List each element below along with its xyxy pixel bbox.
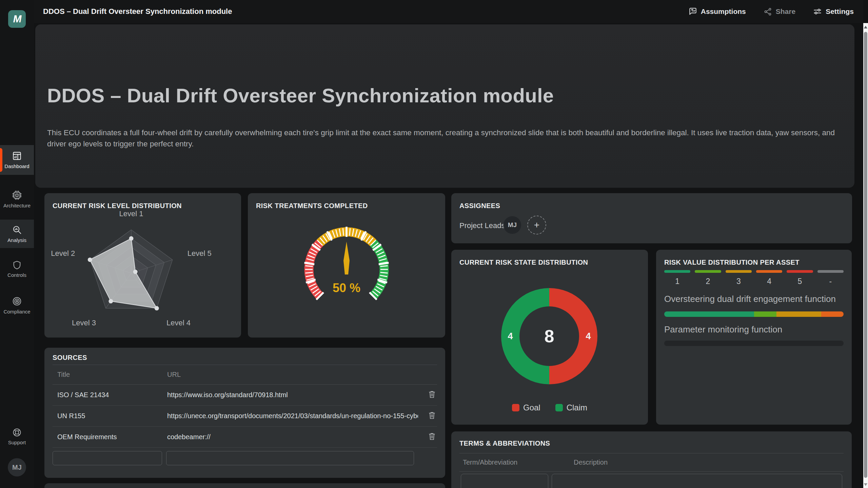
legend-item-claim: Claim [555,403,587,412]
source-url: codebeamer:// [167,433,418,441]
claim-label: Claim [567,403,587,412]
sidebar: M Dashboard Architecture Analysis Contro… [0,0,34,488]
asset-risk-bar [664,311,844,317]
donut-legend: Goal Claim [451,403,648,412]
logo-glyph: M [12,13,22,25]
scale-swatch [695,270,721,273]
source-title: OEM Requirements [57,433,167,441]
active-accent-bar [0,148,2,172]
assumptions-icon [688,7,697,16]
sidebar-item-label: Architecture [3,203,31,208]
sidebar-item-architecture[interactable]: Architecture [0,185,34,214]
svg-text:8: 8 [545,326,554,346]
risk-treatments-card: RISK TREATMENTS COMPLETED 50 % [248,193,445,338]
risk-level-distribution-card: CURRENT RISK LEVEL DISTRIBUTION Level 1L… [44,193,241,338]
scroll-down-arrow[interactable] [864,483,867,486]
controls-shield-icon [12,260,22,270]
settings-label: Settings [826,7,854,16]
scale-label: - [817,277,844,286]
delete-source-button[interactable] [427,389,437,401]
column-url: URL [167,371,418,379]
scale-label: 4 [756,277,782,286]
scale-cell: 3 [726,270,752,286]
sidebar-item-controls[interactable]: Controls [0,255,34,283]
column-term: Term/Abbreviation [463,459,574,466]
scale-label: 2 [695,277,721,286]
scroll-up-arrow[interactable] [864,26,867,28]
sources-card: SOURCES Title URL ISO / SAE 21434 https:… [44,348,445,478]
sidebar-item-support[interactable]: Support [0,423,34,450]
terms-abbreviations-card: TERMS & ABBREVIATIONS Term/Abbreviation … [451,431,852,488]
vertical-scrollbar[interactable] [863,23,868,488]
assignees-card: ASSIGNEES Project Leads MJ + [451,193,852,243]
dashboard-icon [12,151,22,161]
settings-icon [813,7,822,16]
source-title: ISO / SAE 21434 [57,391,167,399]
scale-swatch [787,270,813,273]
assignee-avatar[interactable]: MJ [504,216,521,234]
new-source-url-input[interactable] [166,451,414,465]
new-description-input[interactable] [552,474,842,488]
column-title: Title [57,371,167,379]
support-lifebuoy-icon [12,428,22,437]
new-term-input[interactable] [461,474,548,488]
scale-label: 3 [726,277,752,286]
risk-state-distribution-card: CURRENT RISK STATE DISTRIBUTION 448 Goal… [451,250,648,425]
goal-label: Goal [523,403,540,412]
card-title: SOURCES [53,354,87,362]
sidebar-item-analysis[interactable]: Analysis [0,220,34,248]
svg-text:4: 4 [508,331,513,341]
hero-section: DDOS – Dual Drift Oversteer Synchronizat… [35,24,854,188]
scale-swatch [726,270,752,273]
svg-text:Level 5: Level 5 [188,249,212,258]
topbar-actions: Assumptions Share Settings [688,0,854,23]
card-title: TERMS & ABBREVIATIONS [459,440,550,447]
scale-swatch [664,270,690,273]
project-leads-label: Project Leads [459,221,505,230]
scale-swatch [817,270,844,273]
trash-icon [428,432,436,441]
source-row: OEM Requirements codebeamer:// [53,427,437,448]
assumptions-button[interactable]: Assumptions [688,7,746,16]
delete-source-button[interactable] [427,410,437,422]
risk-scale-legend: 1 2 3 4 5 - [664,270,844,286]
add-source-row [53,451,414,465]
scale-cell: 4 [756,270,782,286]
compliance-icon [12,296,22,306]
share-label: Share [776,7,795,16]
add-assignee-button[interactable]: + [527,216,546,235]
risk-bar-segment [821,311,844,317]
sidebar-item-label: Controls [7,272,26,278]
card-title: ASSIGNEES [459,202,500,210]
new-source-title-input[interactable] [53,451,162,465]
sidebar-item-dashboard[interactable]: Dashboard [0,145,34,175]
window-title: DDOS – Dual Drift Oversteer Synchronizat… [43,0,232,23]
assumptions-label: Assumptions [701,7,746,16]
scrollbar-thumb[interactable] [864,32,867,478]
sidebar-item-label: Dashboard [4,163,29,169]
settings-button[interactable]: Settings [813,7,854,16]
goal-swatch [512,404,519,411]
top-bar: DDOS – Dual Drift Oversteer Synchronizat… [0,0,863,23]
svg-text:Level 1: Level 1 [119,209,143,218]
risk-bar-segment [754,311,776,317]
app-logo[interactable]: M [8,10,26,28]
svg-text:4: 4 [586,331,591,341]
svg-text:Level 3: Level 3 [72,319,96,327]
partially-visible-card [44,483,445,488]
svg-text:Level 4: Level 4 [166,319,191,327]
source-url: https://www.iso.org/standard/70918.html [167,391,418,399]
risk-bar-segment [776,311,821,317]
svg-text:50 %: 50 % [333,281,360,295]
user-avatar[interactable]: MJ [8,458,26,476]
scale-label: 5 [787,277,813,286]
sidebar-item-compliance[interactable]: Compliance [0,291,34,320]
share-button[interactable]: Share [764,7,795,16]
trash-icon [428,390,436,399]
source-title: UN R155 [57,412,167,420]
asset-risk-bar [664,341,844,346]
delete-source-button[interactable] [427,431,437,443]
page-title: DDOS – Dual Drift Oversteer Synchronizat… [47,84,554,107]
terms-table-header: Term/Abbreviation Description [459,453,844,471]
scale-cell: - [817,270,844,286]
